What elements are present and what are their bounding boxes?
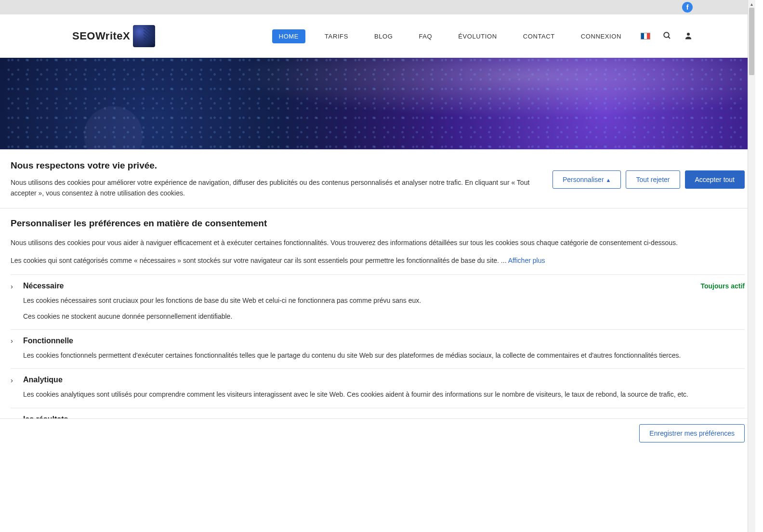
search-icon[interactable] bbox=[663, 31, 671, 41]
svg-line-1 bbox=[668, 37, 670, 39]
logo-text: SEOWriteX bbox=[72, 30, 130, 42]
svg-point-0 bbox=[664, 32, 669, 38]
nav-contact[interactable]: CONTACT bbox=[516, 29, 562, 43]
category-desc: Les cookies analytiques sont utilisés po… bbox=[23, 389, 745, 400]
save-preferences-button[interactable]: Enregistrer mes préférences bbox=[639, 424, 745, 442]
prefs-intro-1: Nous utilisons des cookies pour vous aid… bbox=[11, 237, 745, 248]
cookie-title: Nous respectons votre vie privée. bbox=[11, 160, 541, 171]
customize-button[interactable]: Personnaliser▲ bbox=[553, 170, 621, 189]
reject-all-button[interactable]: Tout rejeter bbox=[626, 170, 680, 189]
category-resultats: › les résultats Les cookies de performan… bbox=[11, 408, 745, 419]
logo[interactable]: SEOWriteX bbox=[72, 25, 155, 47]
nav-evolution[interactable]: ÉVOLUTION bbox=[451, 29, 504, 43]
nav-blog[interactable]: BLOG bbox=[368, 29, 400, 43]
nav-home[interactable]: HOME bbox=[272, 29, 305, 43]
category-desc-2: Ces cookies ne stockent aucune donnée pe… bbox=[23, 311, 745, 322]
category-desc: Les cookies fonctionnels permettent d'ex… bbox=[23, 350, 745, 361]
prefs-intro-2-text: Les cookies qui sont catégorisés comme «… bbox=[11, 257, 508, 264]
chevron-right-icon[interactable]: › bbox=[11, 282, 16, 290]
category-desc: Les cookies nécessaires sont cruciaux po… bbox=[23, 295, 745, 306]
scroll-up-icon[interactable]: ▴ bbox=[748, 0, 755, 8]
scroll-thumb[interactable] bbox=[749, 8, 754, 75]
user-icon[interactable] bbox=[684, 31, 693, 41]
accept-all-button[interactable]: Accepter tout bbox=[685, 170, 745, 189]
flag-fr-icon[interactable] bbox=[641, 33, 650, 39]
chevron-right-icon[interactable]: › bbox=[11, 415, 16, 419]
category-list: › Nécessaire Toujours actif Les cookies … bbox=[11, 274, 745, 419]
cookie-banner: Nous respectons votre vie privée. Nous u… bbox=[0, 149, 755, 208]
save-bar: Enregistrer mes préférences bbox=[0, 419, 755, 448]
show-more-link[interactable]: Afficher plus bbox=[508, 257, 545, 264]
category-title: Analytique bbox=[23, 376, 63, 384]
chevron-right-icon[interactable]: › bbox=[11, 337, 16, 345]
chevron-right-icon[interactable]: › bbox=[11, 376, 16, 384]
category-title: Nécessaire bbox=[23, 282, 64, 290]
svg-point-2 bbox=[687, 33, 690, 36]
nav-tarifs[interactable]: TARIFS bbox=[318, 29, 355, 43]
hero-banner bbox=[0, 58, 755, 149]
navbar: SEOWriteX HOME TARIFS BLOG FAQ ÉVOLUTION… bbox=[0, 14, 755, 58]
category-title: les résultats bbox=[23, 415, 68, 419]
category-title: Fonctionnelle bbox=[23, 337, 73, 345]
nav-connexion[interactable]: CONNEXION bbox=[574, 29, 628, 43]
cookie-body: Nous utilisons des cookies pour améliore… bbox=[11, 178, 541, 198]
page-scrollbar[interactable]: ▴ bbox=[748, 0, 755, 532]
prefs-intro-2: Les cookies qui sont catégorisés comme «… bbox=[11, 255, 745, 266]
chevron-up-icon: ▲ bbox=[606, 177, 611, 183]
facebook-icon[interactable]: f bbox=[682, 2, 693, 13]
topbar: f bbox=[0, 0, 755, 14]
logo-image bbox=[133, 25, 155, 47]
nav-links: HOME TARIFS BLOG FAQ ÉVOLUTION CONTACT C… bbox=[272, 29, 693, 43]
category-fonctionnelle: › Fonctionnelle Les cookies fonctionnels… bbox=[11, 329, 745, 368]
always-active-badge: Toujours actif bbox=[700, 282, 745, 290]
prefs-title: Personnaliser les préférences en matière… bbox=[11, 218, 745, 229]
category-analytique: › Analytique Les cookies analytiques son… bbox=[11, 368, 745, 407]
customize-label: Personnaliser bbox=[563, 176, 604, 183]
nav-faq[interactable]: FAQ bbox=[412, 29, 439, 43]
preferences-panel[interactable]: Personnaliser les préférences en matière… bbox=[0, 208, 755, 419]
category-necessaire: › Nécessaire Toujours actif Les cookies … bbox=[11, 274, 745, 329]
